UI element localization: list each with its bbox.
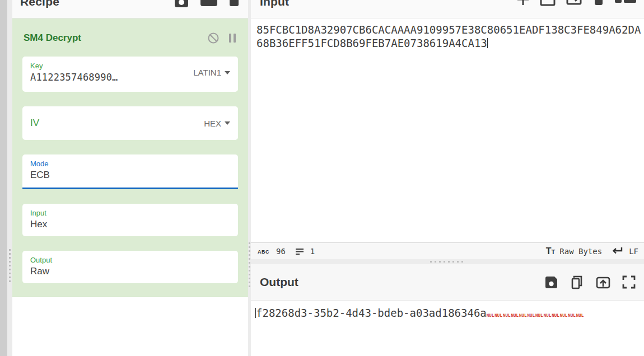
output-format-select[interactable]: Raw: [30, 265, 230, 278]
add-input-tab-icon[interactable]: [516, 0, 530, 8]
input-format-label: Input: [30, 208, 230, 218]
mode-select[interactable]: ECB: [30, 168, 230, 182]
nul-control-char: NUL: [519, 313, 527, 318]
input-footer: ABC 96 1 TT Raw Bytes LF: [251, 242, 644, 259]
clear-io-trash-icon[interactable]: [593, 0, 604, 8]
output-textarea: f28268d3-35b2-4d43-bdeb-a03ad186346aNULN…: [251, 301, 644, 356]
cyberchef-app: Recipe SM4 Decrypt: [0, 0, 644, 356]
output-format-label: Output: [30, 255, 230, 265]
line-count: 1: [310, 247, 315, 256]
nul-control-char: NUL: [552, 313, 559, 318]
output-nul-markers: NULNULNULNULNULNULNULNULNULNULNULNUL: [487, 307, 585, 319]
character-encoding-selector[interactable]: Raw Bytes: [559, 247, 602, 256]
arg-card-output-format: Output Raw: [22, 251, 238, 283]
operations-panel-edge: [0, 0, 7, 356]
iv-encoding-dropdown[interactable]: HEX: [204, 119, 230, 128]
input-tabs-layout-icon[interactable]: [614, 0, 637, 8]
recipe-list: SM4 Decrypt Key A1122357468: [12, 18, 248, 356]
nul-control-char: NUL: [494, 313, 502, 318]
splitter-grip-icon: [430, 261, 465, 263]
clear-recipe-trash-icon[interactable]: [228, 0, 240, 10]
arg-card-mode: Mode ECB: [22, 154, 238, 189]
character-count: 96: [276, 247, 286, 256]
maximize-output-icon[interactable]: [622, 275, 636, 289]
input-textarea[interactable]: 85FCBC1D8A32907CB6CACAAAA9109957E38C8065…: [251, 19, 644, 242]
output-title: Output: [260, 275, 298, 289]
output-text: f28268d3-35b2-4d43-bdeb-a03ad186346a: [256, 307, 487, 319]
save-output-icon[interactable]: [544, 275, 559, 290]
iv-encoding-value: HEX: [204, 119, 221, 128]
disable-operation-icon[interactable]: [207, 32, 220, 44]
splitter-grip-icon: [249, 242, 250, 289]
splitter-grip-icon: [9, 249, 11, 284]
input-line: 68B36EFF51FCD8B69FEB7AE0738619A4CA13: [256, 36, 642, 50]
operations-recipe-splitter[interactable]: [7, 0, 12, 356]
recipe-title: Recipe: [20, 0, 59, 8]
nul-control-char: NUL: [535, 313, 543, 318]
arg-card-input-format: Input Hex: [22, 204, 238, 236]
iv-label[interactable]: IV: [30, 118, 39, 129]
character-encoding-icon[interactable]: TT: [546, 246, 556, 256]
arg-card-key: Key A1122357468990… LATIN1: [22, 57, 238, 92]
nul-control-char: NUL: [503, 313, 511, 318]
operation-title: SM4 Decrypt: [24, 32, 81, 44]
nul-control-char: NUL: [568, 313, 576, 318]
nul-control-char: NUL: [560, 313, 568, 318]
line-count-icon: [295, 247, 305, 255]
character-count-icon: ABC: [258, 249, 269, 255]
line-ending-return-icon[interactable]: [611, 247, 623, 256]
mode-label: Mode: [30, 159, 230, 168]
key-encoding-dropdown[interactable]: LATIN1: [193, 68, 230, 77]
line-ending-selector[interactable]: LF: [629, 247, 638, 256]
text-cursor: [487, 38, 488, 48]
operation-sm4-decrypt[interactable]: SM4 Decrypt Key A1122357468: [12, 18, 248, 297]
nul-control-char: NUL: [528, 313, 535, 318]
save-recipe-icon[interactable]: [173, 0, 190, 10]
open-file-icon[interactable]: [566, 0, 584, 8]
load-recipe-folder-icon[interactable]: [199, 0, 218, 10]
replace-input-with-output-icon[interactable]: [595, 275, 611, 290]
nul-control-char: NUL: [511, 313, 519, 318]
output-header: Output: [251, 264, 644, 301]
chevron-down-icon: [225, 121, 230, 125]
chevron-down-icon: [225, 71, 230, 74]
nul-control-char: NUL: [487, 313, 494, 318]
nul-control-char: NUL: [544, 313, 552, 318]
copy-output-icon[interactable]: [570, 275, 585, 290]
input-title: Input: [260, 0, 289, 8]
recipe-header: Recipe: [12, 0, 248, 18]
input-format-select[interactable]: Hex: [30, 218, 230, 231]
nul-control-char: NUL: [576, 313, 584, 318]
recipe-pane: Recipe SM4 Decrypt: [12, 0, 248, 356]
breakpoint-pause-icon[interactable]: [228, 32, 237, 44]
input-header: Input: [251, 0, 644, 18]
arg-card-iv: IV HEX: [22, 106, 238, 140]
io-pane: Input: [251, 0, 644, 356]
input-output-splitter[interactable]: [251, 259, 644, 264]
open-folder-icon[interactable]: [539, 0, 556, 8]
key-encoding-value: LATIN1: [193, 68, 221, 77]
input-line: 85FCBC1D8A32907CB6CACAAAA9109957E38C8065…: [256, 23, 642, 36]
